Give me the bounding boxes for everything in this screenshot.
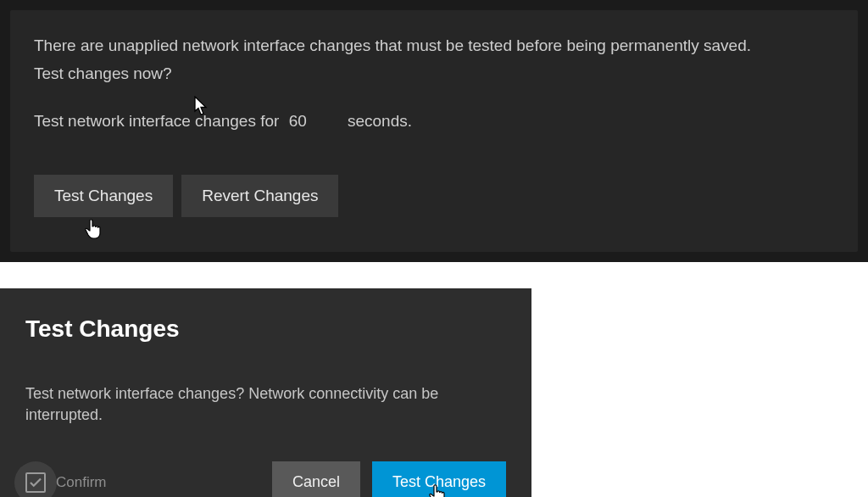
- seconds-input[interactable]: 60: [284, 109, 343, 134]
- test-changes-button[interactable]: Test Changes: [34, 175, 173, 217]
- revert-changes-button[interactable]: Revert Changes: [181, 175, 338, 217]
- banner-message-line1: There are unapplied network interface ch…: [34, 34, 834, 59]
- confirm-group: Confirm: [25, 472, 107, 493]
- dialog-message: Test network interface changes? Network …: [25, 383, 506, 426]
- dialog-footer: Confirm Cancel Test Changes: [25, 461, 506, 497]
- dialog-button-row: Cancel Test Changes: [272, 461, 506, 497]
- network-changes-banner: There are unapplied network interface ch…: [0, 0, 868, 262]
- seconds-suffix: seconds.: [348, 112, 412, 130]
- test-changes-dialog: Test Changes Test network interface chan…: [0, 288, 531, 497]
- banner-inner: There are unapplied network interface ch…: [10, 10, 858, 252]
- confirm-checkbox[interactable]: [25, 472, 46, 493]
- confirm-label: Confirm: [56, 474, 107, 491]
- hand-cursor-icon: [84, 219, 103, 244]
- cancel-button[interactable]: Cancel: [272, 461, 360, 497]
- banner-message-line2: Test changes now?: [34, 62, 834, 87]
- banner-button-row: Test Changes Revert Changes: [34, 175, 834, 217]
- dialog-title: Test Changes: [25, 316, 506, 343]
- banner-seconds-line: Test network interface changes for 60 se…: [34, 109, 834, 134]
- seconds-prefix: Test network interface changes for: [34, 112, 279, 130]
- check-icon: [28, 475, 43, 490]
- dialog-test-changes-button[interactable]: Test Changes: [372, 461, 506, 497]
